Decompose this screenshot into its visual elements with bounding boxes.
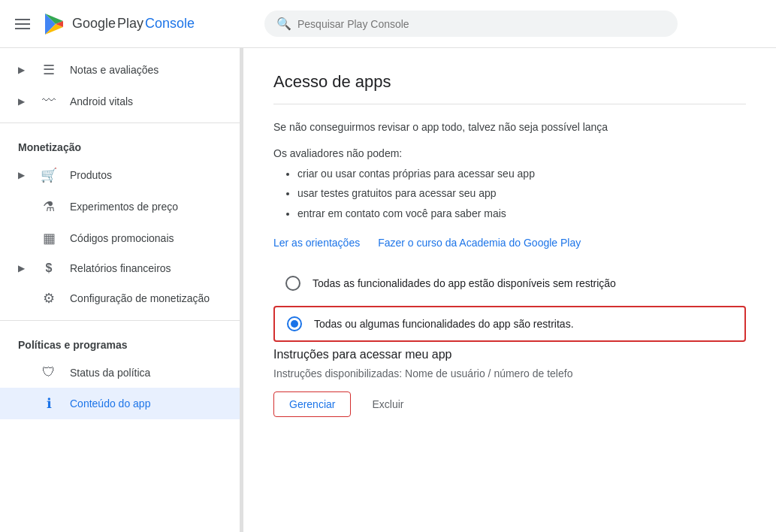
- radio-all-available[interactable]: Todas as funcionalidades do app estão di…: [273, 267, 746, 300]
- restrictions-list: criar ou usar contas próprias para acess…: [273, 165, 746, 222]
- instructions-desc: Instruções disponibilizadas: Nome de usu…: [273, 367, 746, 379]
- search-input[interactable]: [297, 18, 666, 30]
- sidebar: ▶ ☰ Notas e avaliações ▶ 〰 Android vital…: [0, 48, 240, 532]
- delete-button[interactable]: Excluir: [357, 392, 418, 416]
- notas-icon: ☰: [40, 62, 58, 78]
- sidebar-section-politicas: Políticas e programas: [0, 327, 240, 357]
- sidebar-section-monetizacao: Monetização: [0, 129, 240, 159]
- link-orientacoes[interactable]: Ler as orientações: [273, 237, 360, 249]
- logo-text: Google Play Console: [72, 16, 195, 32]
- list-item: entrar em contato com você para saber ma…: [297, 205, 746, 222]
- sidebar-item-label: Notas e avaliações: [70, 64, 159, 76]
- radio-label-all-available: Todas as funcionalidades do app estão di…: [313, 277, 616, 289]
- produtos-icon: 🛒: [40, 167, 58, 183]
- sidebar-item-produtos[interactable]: ▶ 🛒 Produtos: [0, 159, 240, 191]
- radio-circle-unselected: [285, 276, 300, 291]
- radio-circle-selected: [287, 316, 302, 331]
- link-academia[interactable]: Fazer o curso da Academia do Google Play: [378, 237, 581, 249]
- codigos-icon: ▦: [40, 230, 58, 246]
- main-layout: ▶ ☰ Notas e avaliações ▶ 〰 Android vital…: [0, 48, 776, 532]
- sidebar-item-status[interactable]: ▶ 🛡 Status da política: [0, 357, 240, 388]
- sidebar-item-experimentos[interactable]: ▶ ⚗ Experimentos de preço: [0, 191, 240, 222]
- sidebar-item-conteudo[interactable]: ▶ ℹ Conteúdo do app: [0, 388, 240, 419]
- search-bar[interactable]: 🔍: [264, 11, 678, 37]
- hamburger-menu-button[interactable]: [12, 16, 33, 32]
- manage-button[interactable]: Gerenciar: [273, 391, 351, 417]
- list-item: usar testes gratuitos para acessar seu a…: [297, 185, 746, 201]
- action-buttons: Gerenciar Excluir: [273, 391, 746, 417]
- radio-label-some-restricted: Todas ou algumas funcionalidades do app …: [314, 318, 574, 330]
- sidebar-divider: [0, 122, 240, 123]
- arrow-icon: ▶: [18, 96, 25, 107]
- sidebar-item-label: Conteúdo do app: [70, 397, 150, 410]
- sidebar-item-android-vitals[interactable]: ▶ 〰 Android vitals: [0, 86, 240, 116]
- list-item: criar ou usar contas próprias para acess…: [297, 165, 746, 182]
- logo-google: Google: [72, 16, 116, 32]
- arrow-icon: ▶: [18, 65, 25, 75]
- google-play-logo-icon: [42, 12, 66, 36]
- list-intro: Os avaliadores não podem:: [273, 147, 746, 159]
- main-content: Acesso de apps Se não conseguirmos revis…: [243, 48, 776, 532]
- sidebar-item-label: Configuração de monetização: [70, 292, 210, 304]
- search-icon: 🔍: [276, 17, 291, 31]
- app-header: Google Play Console 🔍: [0, 0, 776, 48]
- vitals-icon: 〰: [40, 93, 58, 109]
- radio-some-restricted[interactable]: Todas ou algumas funcionalidades do app …: [273, 306, 746, 342]
- sidebar-item-label: Experimentos de preço: [70, 201, 178, 213]
- description-text: Se não conseguirmos revisar o app todo, …: [273, 119, 746, 135]
- sidebar-item-notas[interactable]: ▶ ☰ Notas e avaliações: [0, 54, 240, 86]
- configuracao-icon: ⚙: [40, 290, 58, 307]
- sidebar-item-label: Android vitals: [70, 95, 133, 107]
- arrow-icon: ▶: [18, 263, 25, 274]
- sidebar-item-label: Relatórios financeiros: [70, 262, 171, 274]
- page-title: Acesso de apps: [273, 72, 746, 92]
- experimentos-icon: ⚗: [40, 198, 58, 215]
- sidebar-item-label: Códigos promocionais: [70, 232, 174, 244]
- logo-console: Console: [145, 16, 195, 32]
- logo-area: Google Play Console: [42, 12, 195, 36]
- sidebar-item-label: Produtos: [70, 169, 112, 181]
- conteudo-icon: ℹ: [40, 395, 58, 412]
- sidebar-item-label: Status da política: [70, 367, 150, 379]
- links-row: Ler as orientações Fazer o curso da Acad…: [273, 237, 746, 249]
- instructions-section: Instruções para acessar meu app Instruçõ…: [273, 348, 746, 417]
- sidebar-item-configuracao[interactable]: ▶ ⚙ Configuração de monetização: [0, 283, 240, 314]
- header-left: Google Play Console: [12, 12, 252, 36]
- sidebar-item-codigos[interactable]: ▶ ▦ Códigos promocionais: [0, 222, 240, 254]
- status-icon: 🛡: [40, 364, 58, 380]
- sidebar-item-relatorios[interactable]: ▶ $ Relatórios financeiros: [0, 254, 240, 283]
- logo-play: Play: [117, 16, 143, 32]
- relatorios-icon: $: [40, 261, 58, 275]
- arrow-icon: ▶: [18, 170, 25, 180]
- sidebar-divider-2: [0, 320, 240, 321]
- instructions-title: Instruções para acessar meu app: [273, 348, 746, 361]
- title-divider: [273, 104, 746, 104]
